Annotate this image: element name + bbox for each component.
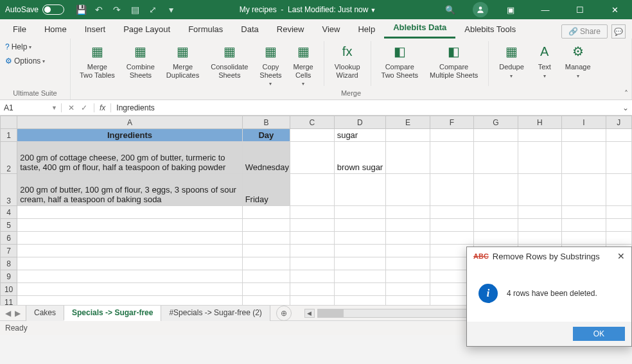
merge-two-tables-button[interactable]: ▦MergeTwo Tables (76, 41, 119, 80)
tab-view[interactable]: View (313, 21, 349, 39)
cell-I4[interactable] (562, 206, 606, 219)
cell-C9[interactable] (290, 270, 334, 283)
autosave-toggle[interactable] (42, 4, 64, 15)
cell-F3[interactable] (430, 174, 473, 206)
tab-review[interactable]: Review (268, 21, 313, 39)
sheet-tab[interactable]: Cakes (26, 305, 64, 321)
cell-E9[interactable] (386, 270, 430, 283)
cell-E3[interactable] (386, 174, 430, 206)
cell-B2[interactable]: Wednesday (242, 142, 290, 174)
cell-B5[interactable] (242, 219, 290, 232)
row-header[interactable]: 3 (1, 174, 17, 206)
cell-D10[interactable] (334, 283, 386, 296)
collapse-ribbon-icon[interactable]: ˄ (624, 89, 628, 98)
cell-B4[interactable] (242, 206, 290, 219)
cell-G1[interactable] (474, 129, 518, 142)
cell-D2[interactable]: brown sugar (334, 142, 386, 174)
cell-B11[interactable] (242, 296, 290, 306)
name-box[interactable]: A1▼ (0, 103, 62, 112)
cell-I2[interactable] (562, 142, 606, 174)
cell-D4[interactable] (334, 206, 386, 219)
tab-insert[interactable]: Insert (76, 21, 115, 39)
cell-D3[interactable] (334, 174, 386, 206)
row-header[interactable]: 10 (1, 283, 17, 296)
vlookup-wizard-button[interactable]: fxVlookupWizard (331, 41, 364, 80)
row-header[interactable]: 9 (1, 270, 17, 283)
formula-input[interactable]: Ingredients (111, 103, 619, 112)
cell-F5[interactable] (430, 219, 473, 232)
col-header[interactable]: D (334, 116, 386, 129)
tab-page-layout[interactable]: Page Layout (114, 21, 179, 39)
cell-J4[interactable] (606, 206, 631, 219)
cell-J2[interactable] (606, 142, 631, 174)
cell-G6[interactable] (474, 232, 518, 245)
cell-C2[interactable] (290, 142, 334, 174)
cell-G2[interactable] (474, 142, 518, 174)
cell-D6[interactable] (334, 232, 386, 245)
cell-H5[interactable] (518, 219, 561, 232)
undo-icon[interactable]: ↶ (92, 3, 105, 16)
sheet-tab[interactable]: Specials -> Sugar-free (64, 305, 161, 321)
tab-ablebits-tools[interactable]: Ablebits Tools (455, 21, 525, 39)
quick-print-icon[interactable]: ▤ (128, 3, 141, 16)
cell-I5[interactable] (562, 219, 606, 232)
share-button[interactable]: 🔗 Share (561, 24, 608, 39)
cell-H6[interactable] (518, 232, 561, 245)
text-button[interactable]: AText▾ (532, 41, 557, 80)
cell-B7[interactable] (242, 245, 290, 257)
cancel-formula-icon[interactable]: ✕ (68, 103, 75, 112)
col-header[interactable]: I (562, 116, 606, 129)
save-icon[interactable]: 💾 (75, 3, 87, 16)
hscroll-thumb[interactable] (318, 309, 344, 317)
cell-E7[interactable] (386, 245, 430, 257)
cell-A9[interactable] (17, 270, 242, 283)
minimize-button[interactable]: — (533, 0, 557, 19)
cell-A2[interactable]: 200 gm of cottage cheese, 200 gm of butt… (17, 142, 242, 174)
copy-sheets-button[interactable]: ▦CopySheets▾ (256, 41, 285, 89)
fx-icon[interactable]: fx (94, 103, 111, 112)
compare-two-sheets-button[interactable]: ◧CompareTwo Sheets (378, 41, 422, 80)
redo-icon[interactable]: ↷ (110, 3, 123, 16)
touch-mode-icon[interactable]: ⤢ (146, 3, 159, 16)
dedupe-button[interactable]: ▦Dedupe▾ (495, 41, 528, 80)
options-button[interactable]: ⚙Options ▾ (5, 55, 65, 67)
cell-C6[interactable] (290, 232, 334, 245)
cell-E5[interactable] (386, 219, 430, 232)
account-avatar[interactable] (473, 2, 488, 17)
comments-button[interactable]: 💬 (611, 24, 626, 39)
tab-formulas[interactable]: Formulas (179, 21, 232, 39)
consolidate-sheets-button[interactable]: ▦ConsolidateSheets (207, 41, 252, 80)
cell-E4[interactable] (386, 206, 430, 219)
cell-D9[interactable] (334, 270, 386, 283)
cell-B6[interactable] (242, 232, 290, 245)
cell-C11[interactable] (290, 296, 334, 306)
cell-B1[interactable]: Day (242, 129, 290, 142)
cell-C3[interactable] (290, 174, 334, 206)
col-header[interactable]: C (290, 116, 334, 129)
cell-F4[interactable] (430, 206, 473, 219)
help-button[interactable]: ?Help ▾ (5, 41, 65, 53)
cell-A11[interactable] (17, 296, 242, 306)
search-icon[interactable]: 🔍 (438, 0, 462, 19)
cell-B9[interactable] (242, 270, 290, 283)
cell-A1[interactable]: Ingredients (17, 129, 242, 142)
cell-A3[interactable]: 200 gm of butter, 100 gm of flour, 3 egg… (17, 174, 242, 206)
cell-G3[interactable] (474, 174, 518, 206)
maximize-button[interactable]: ☐ (568, 0, 592, 19)
ribbon-display-icon[interactable]: ▣ (498, 0, 523, 19)
tab-help[interactable]: Help (349, 21, 384, 39)
cell-E8[interactable] (386, 257, 430, 270)
cell-G4[interactable] (474, 206, 518, 219)
cell-A4[interactable] (17, 206, 242, 219)
cell-C7[interactable] (290, 245, 334, 257)
cell-J3[interactable] (606, 174, 631, 206)
cell-E10[interactable] (386, 283, 430, 296)
cell-E2[interactable] (386, 142, 430, 174)
col-header[interactable]: G (474, 116, 518, 129)
cell-E6[interactable] (386, 232, 430, 245)
col-header[interactable]: B (242, 116, 290, 129)
cell-A10[interactable] (17, 283, 242, 296)
cell-J6[interactable] (606, 232, 631, 245)
cell-H2[interactable] (518, 142, 561, 174)
cell-J5[interactable] (606, 219, 631, 232)
